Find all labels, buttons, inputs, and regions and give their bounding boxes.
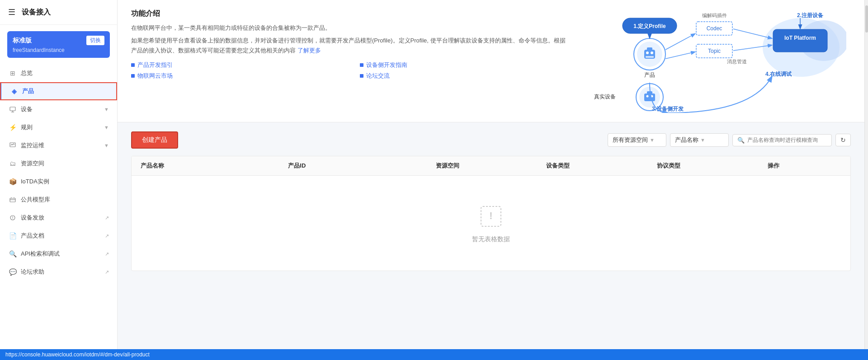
table-empty-state: ! 暂无表格数据	[132, 176, 850, 271]
intro-link-label-3: 论坛交流	[366, 72, 390, 80]
intro-link-item-2[interactable]: 物联网云市场	[131, 72, 342, 80]
link-dot-3	[360, 74, 363, 78]
sidebar: ☰ 设备接入 标准版 切换 freeStandardInstance ⊞ 总览 …	[0, 0, 118, 360]
main-content: 功能介绍 在物联网平台中，某一类具有相同能力或特征的设备的合集被称为一款产品。 …	[118, 0, 864, 360]
sidebar-item-iotda[interactable]: 📦 IoTDA实例	[0, 173, 117, 191]
learn-more-link[interactable]: 了解更多	[297, 47, 321, 54]
svg-point-32	[646, 51, 649, 54]
hamburger-icon[interactable]: ☰	[8, 7, 15, 17]
diagram-area: IoT Platform 2.注册设备 Codec Topic 编解码插件 消息…	[580, 9, 851, 113]
svg-line-45	[733, 29, 772, 38]
intro-desc2-text: 如果您希望使用平台查看设备上报的数据信息，并对设备进行管理控制，就需要开发产品模…	[131, 37, 566, 54]
filter-area: 所有资源空间 ▼ 产品名称 ▼ 🔍 ↻	[608, 133, 851, 147]
overview-icon: ⊞	[8, 69, 17, 78]
svg-text:1.定义Profile: 1.定义Profile	[633, 23, 666, 29]
monitor-arrow-icon: ▼	[104, 143, 109, 148]
resource-space-arrow-icon: ▼	[650, 137, 655, 143]
col-device-type: 设备类型	[546, 162, 657, 170]
sidebar-item-device[interactable]: 设备 ▼	[0, 100, 117, 118]
sidebar-item-monitor[interactable]: 监控运维 ▼	[0, 136, 117, 154]
sidebar-header: ☰ 设备接入	[0, 0, 117, 25]
svg-line-44	[665, 52, 695, 59]
sidebar-item-forum[interactable]: 💬 论坛求助 ↗	[0, 263, 117, 281]
intro-link-item-0[interactable]: 产品开发指引	[131, 61, 342, 69]
col-product-name: 产品名称	[141, 162, 288, 170]
docs-icon: 📄	[8, 231, 17, 240]
svg-rect-34	[646, 56, 654, 58]
product-name-arrow-icon: ▼	[700, 137, 705, 143]
product-name-label: 产品名称	[675, 136, 698, 144]
svg-point-40	[646, 95, 649, 98]
empty-state-icon: !	[477, 203, 505, 230]
refresh-button[interactable]: ↻	[835, 134, 851, 146]
intro-section: 功能介绍 在物联网平台中，某一类具有相同能力或特征的设备的合集被称为一款产品。 …	[118, 0, 864, 122]
model-icon	[8, 195, 17, 204]
empty-text: 暂无表格数据	[472, 235, 510, 243]
release-icon	[8, 213, 17, 222]
status-bar: https://console.huaweicloud.com/iotdm/#/…	[0, 349, 868, 360]
link-dot-0	[131, 63, 135, 67]
product-table: 产品名称 产品ID 资源空间 设备类型 协议类型 操作 ! 暂无表格数据	[131, 156, 851, 271]
intro-link-item-1[interactable]: 设备侧开发指南	[360, 61, 571, 69]
intro-link-label-0: 产品开发指引	[137, 61, 173, 69]
sidebar-item-product[interactable]: ◈ 产品	[0, 82, 117, 100]
svg-rect-8	[10, 198, 15, 202]
col-product-id: 产品ID	[288, 162, 435, 170]
svg-rect-31	[647, 47, 652, 51]
monitor-icon	[8, 141, 17, 150]
rule-arrow-icon: ▼	[104, 125, 109, 130]
resource-space-select[interactable]: 所有资源空间 ▼	[608, 133, 666, 147]
search-input[interactable]	[747, 137, 827, 143]
release-ext-icon: ↗	[105, 215, 109, 221]
sidebar-item-label-resource: 资源空间	[21, 159, 44, 168]
device-arrow-icon: ▼	[104, 107, 109, 112]
intro-links: 产品开发指引 设备侧开发指南 物联网云市场 论坛交流	[131, 61, 571, 80]
api-ext-icon: ↗	[105, 251, 109, 257]
intro-desc2: 如果您希望使用平台查看设备上报的数据信息，并对设备进行管理控制，就需要开发产品模…	[131, 36, 571, 56]
sidebar-item-rule[interactable]: ⚡ 规则 ▼	[0, 118, 117, 136]
product-icon: ◈	[9, 87, 19, 96]
right-scrollbar[interactable]	[864, 0, 868, 360]
sidebar-item-label-api: API检索和调试	[21, 250, 60, 258]
col-resource-space: 资源空间	[436, 162, 547, 170]
sidebar-item-release[interactable]: 设备发放 ↗	[0, 209, 117, 227]
sidebar-item-resource[interactable]: 🗂 资源空间	[0, 154, 117, 173]
iotda-icon: 📦	[8, 177, 17, 186]
intro-text: 功能介绍 在物联网平台中，某一类具有相同能力或特征的设备的合集被称为一款产品。 …	[131, 9, 571, 113]
scrollbar-thumb[interactable]	[865, 5, 868, 33]
intro-link-item-3[interactable]: 论坛交流	[360, 72, 571, 80]
sidebar-item-label-iotda: IoTDA实例	[21, 178, 49, 186]
instance-box: 标准版 切换 freeStandardInstance	[7, 31, 110, 58]
docs-ext-icon: ↗	[105, 233, 109, 239]
sidebar-item-docs[interactable]: 📄 产品文档 ↗	[0, 227, 117, 245]
sidebar-item-model[interactable]: 公共模型库	[0, 191, 117, 209]
instance-label: 标准版	[13, 37, 32, 45]
sidebar-item-api[interactable]: 🔍 API检索和调试 ↗	[0, 245, 117, 263]
svg-text:Codec: Codec	[707, 25, 722, 32]
col-protocol-type: 协议类型	[657, 162, 768, 170]
search-icon: 🔍	[737, 137, 745, 144]
toolbar: 创建产品 所有资源空间 ▼ 产品名称 ▼ 🔍 ↻	[131, 131, 851, 149]
create-product-button[interactable]: 创建产品	[131, 131, 178, 149]
instance-switch-button[interactable]: 切换	[86, 36, 104, 45]
sidebar-item-label-forum: 论坛求助	[21, 268, 44, 276]
svg-point-33	[651, 51, 653, 54]
svg-text:4.在线调试: 4.在线调试	[765, 71, 792, 77]
nav-section: ⊞ 总览 ◈ 产品 设备 ▼ ⚡ 规则 ▼ 监控运维 ▼	[0, 64, 117, 281]
intro-title: 功能介绍	[131, 9, 571, 19]
svg-line-7	[14, 144, 14, 145]
sidebar-item-overview[interactable]: ⊞ 总览	[0, 64, 117, 82]
flow-diagram: IoT Platform 2.注册设备 Codec Topic 编解码插件 消息…	[584, 9, 846, 113]
link-dot-2	[131, 74, 135, 78]
sidebar-item-label-device: 设备	[21, 105, 33, 113]
svg-text:产品: 产品	[644, 72, 655, 78]
svg-text:2.注册设备: 2.注册设备	[797, 12, 824, 19]
svg-text:Topic: Topic	[708, 48, 721, 54]
search-box[interactable]: 🔍	[732, 134, 832, 146]
svg-rect-0	[10, 107, 15, 111]
instance-name: freeStandardInstance	[13, 47, 104, 53]
col-operation: 操作	[768, 162, 841, 170]
svg-text:IoT Platform: IoT Platform	[784, 35, 816, 41]
product-name-select[interactable]: 产品名称 ▼	[670, 133, 729, 147]
svg-text:!: !	[489, 210, 492, 221]
